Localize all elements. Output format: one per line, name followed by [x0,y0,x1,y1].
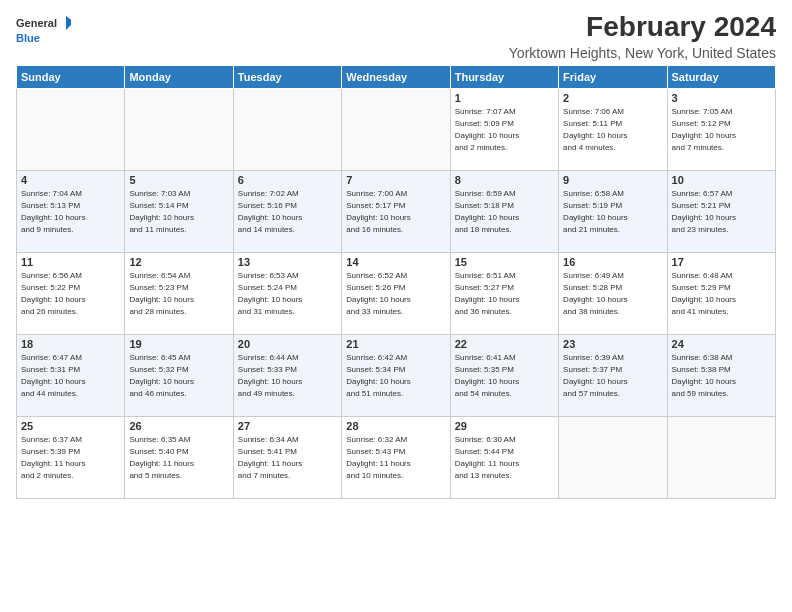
day-number: 8 [455,174,554,186]
calendar-cell [125,88,233,170]
day-number: 18 [21,338,120,350]
calendar-cell: 18Sunrise: 6:47 AM Sunset: 5:31 PM Dayli… [17,334,125,416]
calendar-cell: 5Sunrise: 7:03 AM Sunset: 5:14 PM Daylig… [125,170,233,252]
calendar-cell: 9Sunrise: 6:58 AM Sunset: 5:19 PM Daylig… [559,170,667,252]
day-number: 11 [21,256,120,268]
calendar-cell: 28Sunrise: 6:32 AM Sunset: 5:43 PM Dayli… [342,416,450,498]
calendar-week-3: 18Sunrise: 6:47 AM Sunset: 5:31 PM Dayli… [17,334,776,416]
calendar-cell [342,88,450,170]
calendar-cell [559,416,667,498]
day-info: Sunrise: 7:04 AM Sunset: 5:13 PM Dayligh… [21,188,120,236]
day-number: 23 [563,338,662,350]
day-info: Sunrise: 6:34 AM Sunset: 5:41 PM Dayligh… [238,434,337,482]
day-info: Sunrise: 7:06 AM Sunset: 5:11 PM Dayligh… [563,106,662,154]
header-saturday: Saturday [667,65,775,88]
day-info: Sunrise: 6:39 AM Sunset: 5:37 PM Dayligh… [563,352,662,400]
day-number: 15 [455,256,554,268]
calendar-cell: 25Sunrise: 6:37 AM Sunset: 5:39 PM Dayli… [17,416,125,498]
header-sunday: Sunday [17,65,125,88]
calendar-cell: 12Sunrise: 6:54 AM Sunset: 5:23 PM Dayli… [125,252,233,334]
calendar-cell: 4Sunrise: 7:04 AM Sunset: 5:13 PM Daylig… [17,170,125,252]
day-number: 14 [346,256,445,268]
calendar-cell: 2Sunrise: 7:06 AM Sunset: 5:11 PM Daylig… [559,88,667,170]
day-info: Sunrise: 6:54 AM Sunset: 5:23 PM Dayligh… [129,270,228,318]
day-number: 19 [129,338,228,350]
calendar-cell: 15Sunrise: 6:51 AM Sunset: 5:27 PM Dayli… [450,252,558,334]
day-info: Sunrise: 6:49 AM Sunset: 5:28 PM Dayligh… [563,270,662,318]
calendar-week-4: 25Sunrise: 6:37 AM Sunset: 5:39 PM Dayli… [17,416,776,498]
calendar-cell: 29Sunrise: 6:30 AM Sunset: 5:44 PM Dayli… [450,416,558,498]
calendar-header-row: SundayMondayTuesdayWednesdayThursdayFrid… [17,65,776,88]
day-number: 22 [455,338,554,350]
day-number: 7 [346,174,445,186]
calendar-week-1: 4Sunrise: 7:04 AM Sunset: 5:13 PM Daylig… [17,170,776,252]
day-info: Sunrise: 6:48 AM Sunset: 5:29 PM Dayligh… [672,270,771,318]
page-header: General Blue February 2024 Yorktown Heig… [16,12,776,61]
calendar-cell: 26Sunrise: 6:35 AM Sunset: 5:40 PM Dayli… [125,416,233,498]
day-number: 16 [563,256,662,268]
calendar-cell: 17Sunrise: 6:48 AM Sunset: 5:29 PM Dayli… [667,252,775,334]
day-info: Sunrise: 6:56 AM Sunset: 5:22 PM Dayligh… [21,270,120,318]
day-number: 29 [455,420,554,432]
day-number: 3 [672,92,771,104]
calendar-cell: 3Sunrise: 7:05 AM Sunset: 5:12 PM Daylig… [667,88,775,170]
day-number: 12 [129,256,228,268]
page-container: General Blue February 2024 Yorktown Heig… [0,0,792,507]
day-number: 28 [346,420,445,432]
day-info: Sunrise: 6:59 AM Sunset: 5:18 PM Dayligh… [455,188,554,236]
calendar-cell: 21Sunrise: 6:42 AM Sunset: 5:34 PM Dayli… [342,334,450,416]
day-info: Sunrise: 6:52 AM Sunset: 5:26 PM Dayligh… [346,270,445,318]
calendar-cell: 13Sunrise: 6:53 AM Sunset: 5:24 PM Dayli… [233,252,341,334]
calendar-cell: 7Sunrise: 7:00 AM Sunset: 5:17 PM Daylig… [342,170,450,252]
day-info: Sunrise: 6:47 AM Sunset: 5:31 PM Dayligh… [21,352,120,400]
page-title: February 2024 [509,12,776,43]
header-thursday: Thursday [450,65,558,88]
calendar-cell: 10Sunrise: 6:57 AM Sunset: 5:21 PM Dayli… [667,170,775,252]
calendar-cell [667,416,775,498]
day-number: 13 [238,256,337,268]
svg-text:Blue: Blue [16,32,40,44]
day-info: Sunrise: 7:00 AM Sunset: 5:17 PM Dayligh… [346,188,445,236]
day-info: Sunrise: 7:02 AM Sunset: 5:16 PM Dayligh… [238,188,337,236]
day-number: 26 [129,420,228,432]
calendar-cell: 14Sunrise: 6:52 AM Sunset: 5:26 PM Dayli… [342,252,450,334]
day-info: Sunrise: 6:45 AM Sunset: 5:32 PM Dayligh… [129,352,228,400]
calendar-cell [233,88,341,170]
day-info: Sunrise: 6:30 AM Sunset: 5:44 PM Dayligh… [455,434,554,482]
title-block: February 2024 Yorktown Heights, New York… [509,12,776,61]
day-number: 9 [563,174,662,186]
header-monday: Monday [125,65,233,88]
calendar-cell: 11Sunrise: 6:56 AM Sunset: 5:22 PM Dayli… [17,252,125,334]
day-number: 1 [455,92,554,104]
calendar-cell: 6Sunrise: 7:02 AM Sunset: 5:16 PM Daylig… [233,170,341,252]
calendar-week-0: 1Sunrise: 7:07 AM Sunset: 5:09 PM Daylig… [17,88,776,170]
header-tuesday: Tuesday [233,65,341,88]
calendar-cell: 19Sunrise: 6:45 AM Sunset: 5:32 PM Dayli… [125,334,233,416]
day-number: 27 [238,420,337,432]
day-number: 2 [563,92,662,104]
svg-marker-2 [66,16,71,30]
calendar-week-2: 11Sunrise: 6:56 AM Sunset: 5:22 PM Dayli… [17,252,776,334]
day-info: Sunrise: 6:51 AM Sunset: 5:27 PM Dayligh… [455,270,554,318]
svg-text:General: General [16,17,57,29]
calendar-table: SundayMondayTuesdayWednesdayThursdayFrid… [16,65,776,499]
calendar-cell: 1Sunrise: 7:07 AM Sunset: 5:09 PM Daylig… [450,88,558,170]
day-info: Sunrise: 7:05 AM Sunset: 5:12 PM Dayligh… [672,106,771,154]
day-number: 5 [129,174,228,186]
calendar-cell: 27Sunrise: 6:34 AM Sunset: 5:41 PM Dayli… [233,416,341,498]
day-info: Sunrise: 6:42 AM Sunset: 5:34 PM Dayligh… [346,352,445,400]
day-info: Sunrise: 6:41 AM Sunset: 5:35 PM Dayligh… [455,352,554,400]
day-number: 24 [672,338,771,350]
day-info: Sunrise: 6:44 AM Sunset: 5:33 PM Dayligh… [238,352,337,400]
day-info: Sunrise: 6:35 AM Sunset: 5:40 PM Dayligh… [129,434,228,482]
day-number: 21 [346,338,445,350]
day-info: Sunrise: 6:37 AM Sunset: 5:39 PM Dayligh… [21,434,120,482]
calendar-cell: 8Sunrise: 6:59 AM Sunset: 5:18 PM Daylig… [450,170,558,252]
day-number: 6 [238,174,337,186]
calendar-cell: 16Sunrise: 6:49 AM Sunset: 5:28 PM Dayli… [559,252,667,334]
day-info: Sunrise: 6:58 AM Sunset: 5:19 PM Dayligh… [563,188,662,236]
header-friday: Friday [559,65,667,88]
calendar-cell: 20Sunrise: 6:44 AM Sunset: 5:33 PM Dayli… [233,334,341,416]
day-info: Sunrise: 6:38 AM Sunset: 5:38 PM Dayligh… [672,352,771,400]
day-info: Sunrise: 6:32 AM Sunset: 5:43 PM Dayligh… [346,434,445,482]
